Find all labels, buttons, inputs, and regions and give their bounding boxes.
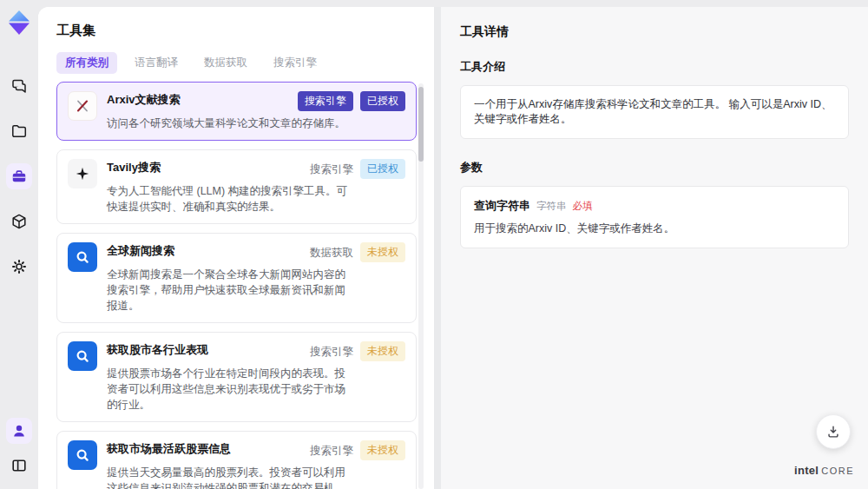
tool-item-global-news[interactable]: 全球新闻搜索 数据获取 未授权 全球新闻搜索是一个聚合全球各大新闻网站内容的搜索…	[56, 233, 417, 323]
page-title: 工具集	[56, 23, 434, 39]
list-scrollbar[interactable]	[418, 83, 424, 489]
tool-name: Arxiv文献搜索	[107, 91, 181, 108]
tool-item-arxiv[interactable]: Arxiv文献搜索 搜索引擎 已授权 访问各个研究领域大量科学论文和文章的存储库…	[56, 82, 417, 141]
blue-search-icon	[68, 242, 97, 272]
app-sidebar	[0, 0, 38, 489]
tool-description: 提供股票市场各个行业在特定时间段内的表现。投资者可以利用这些信息来识别表现优于或…	[107, 366, 355, 413]
gear-icon	[10, 258, 28, 275]
panel-toggle-icon	[10, 457, 28, 474]
category-badge: 搜索引擎	[298, 91, 353, 111]
category-label: 数据获取	[310, 244, 353, 261]
tool-name: 获取市场最活跃股票信息	[107, 440, 231, 457]
blue-search-icon	[68, 341, 97, 371]
arxiv-icon	[68, 91, 97, 121]
tab-data-fetching[interactable]: 数据获取	[195, 52, 256, 74]
folder-icon	[10, 122, 28, 140]
status-badge: 未授权	[360, 242, 405, 262]
sidebar-item-files[interactable]	[6, 118, 32, 144]
blue-search-icon	[68, 440, 97, 470]
tool-description: 全球新闻搜索是一个聚合全球各大新闻网站内容的搜索引擎，帮助用户快速获取全球最新资…	[107, 267, 355, 314]
intro-heading: 工具介绍	[460, 59, 849, 75]
download-icon	[825, 424, 841, 439]
param-name: 查询字符串	[474, 198, 530, 214]
sidebar-item-collapse[interactable]	[6, 453, 32, 479]
param-description: 用于搜索的Arxiv ID、关键字或作者姓名。	[474, 221, 835, 236]
intro-text: 一个用于从Arxiv存储库搜索科学论文和文章的工具。 输入可以是Arxiv ID…	[474, 97, 835, 127]
category-tabs: 所有类别 语言翻译 数据获取 搜索引擎	[56, 52, 434, 74]
params-heading: 参数	[460, 160, 849, 175]
briefcase-icon	[10, 168, 28, 185]
category-label: 搜索引擎	[310, 343, 353, 360]
tool-name: 获取股市各行业表现	[107, 341, 208, 358]
param-box: 查询字符串 字符串 必填 用于搜索的Arxiv ID、关键字或作者姓名。	[460, 186, 849, 248]
status-badge: 未授权	[360, 341, 405, 361]
tool-list: Arxiv文献搜索 搜索引擎 已授权 访问各个研究领域大量科学论文和文章的存储库…	[56, 82, 417, 489]
sidebar-item-chat[interactable]	[6, 73, 32, 99]
sidebar-item-models[interactable]	[6, 208, 32, 235]
pane-divider	[434, 7, 441, 489]
status-badge: 未授权	[360, 440, 405, 460]
intro-box: 一个用于从Arxiv存储库搜索科学论文和文章的工具。 输入可以是Arxiv ID…	[460, 85, 849, 139]
tab-all-categories[interactable]: 所有类别	[56, 52, 117, 74]
download-button[interactable]	[816, 414, 851, 449]
tab-language-translation[interactable]: 语言翻译	[126, 52, 187, 74]
category-label: 搜索引擎	[310, 442, 353, 459]
core-wordmark: CORE	[821, 466, 854, 476]
tool-name: 全球新闻搜索	[107, 242, 174, 259]
sidebar-item-account[interactable]	[6, 418, 32, 444]
sidebar-item-tools[interactable]	[6, 163, 32, 189]
tool-description: 专为人工智能代理 (LLM) 构建的搜索引擎工具。可快速提供实时、准确和真实的结…	[107, 183, 355, 215]
detail-title: 工具详情	[460, 24, 849, 40]
tool-description: 访问各个研究领域大量科学论文和文章的存储库。	[107, 116, 355, 131]
app-logo	[8, 10, 30, 35]
cube-icon	[10, 213, 28, 230]
status-badge: 已授权	[360, 91, 405, 111]
scrollbar-thumb[interactable]	[418, 87, 424, 162]
tool-detail-pane: 工具详情 工具介绍 一个用于从Arxiv存储库搜索科学论文和文章的工具。 输入可…	[441, 7, 868, 489]
sidebar-item-settings[interactable]	[6, 254, 32, 280]
intel-core-logo: intel CORE	[794, 464, 854, 477]
tool-description: 提供当天交易量最高的股票列表。投资者可以利用这些信息来识别流动性强的股票和潜在的…	[107, 465, 355, 489]
tool-item-active-stocks[interactable]: 获取市场最活跃股票信息 搜索引擎 未授权 提供当天交易量最高的股票列表。投资者可…	[56, 431, 417, 489]
param-type: 字符串	[536, 200, 567, 213]
user-icon	[10, 422, 28, 439]
tool-name: Tavily搜索	[107, 159, 161, 175]
tool-item-tavily[interactable]: Tavily搜索 搜索引擎 已授权 专为人工智能代理 (LLM) 构建的搜索引擎…	[56, 149, 417, 224]
category-label: 搜索引擎	[310, 161, 353, 177]
tool-list-pane: 工具集 所有类别 语言翻译 数据获取 搜索引擎 Arxiv文献搜索	[38, 7, 434, 489]
tab-search-engine[interactable]: 搜索引擎	[265, 52, 326, 74]
chat-icon	[10, 77, 28, 95]
param-required-badge: 必填	[573, 200, 593, 213]
intel-wordmark: intel	[794, 464, 819, 477]
star-icon	[68, 159, 97, 188]
main-window: 工具集 所有类别 语言翻译 数据获取 搜索引擎 Arxiv文献搜索	[38, 7, 868, 489]
status-badge: 已授权	[360, 159, 405, 179]
tool-item-sector-performance[interactable]: 获取股市各行业表现 搜索引擎 未授权 提供股票市场各个行业在特定时间段内的表现。…	[56, 332, 417, 422]
